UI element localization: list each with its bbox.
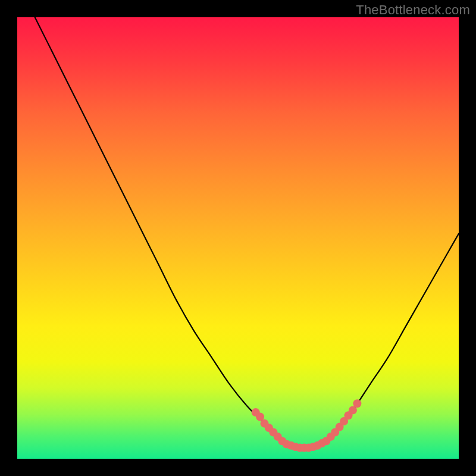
watermark-text: TheBottleneck.com [356, 2, 470, 18]
chart-svg [17, 17, 459, 459]
overlay-dot [353, 399, 361, 408]
chart-frame: TheBottleneck.com [0, 0, 476, 476]
bottleneck-curve [35, 17, 459, 448]
overlay-dots [252, 399, 362, 452]
plot-area [17, 17, 459, 459]
